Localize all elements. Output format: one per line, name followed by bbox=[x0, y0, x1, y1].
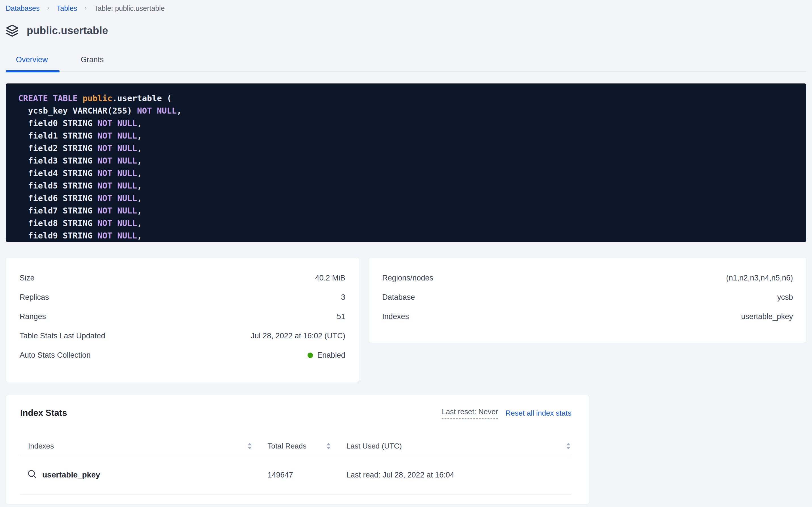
stat-row-indexes: Indexes usertable_pkey bbox=[382, 307, 793, 326]
code-token: , bbox=[137, 118, 142, 128]
code-line: field8 STRING NOT NULL, bbox=[18, 217, 795, 229]
code-line: field4 STRING NOT NULL, bbox=[18, 167, 795, 179]
stat-label: Table Stats Last Updated bbox=[19, 332, 105, 340]
code-token: field0 STRING bbox=[18, 118, 97, 128]
code-line: field9 STRING NOT NULL, bbox=[18, 229, 795, 242]
code-token: ycsb_key VARCHAR(255) bbox=[18, 106, 137, 116]
code-token: NOT NULL bbox=[97, 156, 137, 166]
chevron-right-icon bbox=[46, 6, 51, 10]
column-label: Indexes bbox=[28, 442, 54, 451]
code-token: , bbox=[137, 181, 142, 190]
code-token: NOT NULL bbox=[97, 144, 137, 153]
stat-row-database: Database ycsb bbox=[382, 288, 793, 307]
code-token: field1 STRING bbox=[18, 131, 97, 140]
column-header-total-reads[interactable]: Total Reads bbox=[267, 442, 347, 451]
stat-row-replicas: Replicas 3 bbox=[19, 288, 345, 307]
code-token: field2 STRING bbox=[18, 144, 97, 153]
code-token: field8 STRING bbox=[18, 218, 97, 228]
stat-row-size: Size 40.2 MiB bbox=[19, 268, 345, 288]
code-token: field3 STRING bbox=[18, 156, 97, 166]
last-used-cell: Last read: Jul 28, 2022 at 16:04 bbox=[347, 471, 571, 480]
code-line: field5 STRING NOT NULL, bbox=[18, 179, 795, 192]
code-token: , bbox=[137, 144, 142, 153]
code-token: field6 STRING bbox=[18, 193, 97, 203]
column-header-last-used[interactable]: Last Used (UTC) bbox=[347, 442, 571, 451]
stat-row-ranges: Ranges 51 bbox=[19, 307, 345, 326]
stat-label: Regions/nodes bbox=[382, 274, 433, 282]
code-token: , bbox=[137, 193, 142, 203]
stat-label: Size bbox=[19, 274, 35, 282]
status-badge: Enabled bbox=[308, 351, 345, 360]
code-line: field0 STRING NOT NULL, bbox=[18, 117, 795, 129]
stat-row-auto-stats: Auto Stats Collection Enabled bbox=[19, 345, 345, 365]
code-token: , bbox=[177, 106, 182, 116]
code-token: NOT NULL bbox=[97, 131, 137, 140]
code-token: CREATE TABLE bbox=[18, 94, 82, 103]
chevron-right-icon bbox=[83, 6, 88, 10]
code-line: field1 STRING NOT NULL, bbox=[18, 129, 795, 142]
page: Databases Tables Table: public.usertable… bbox=[0, 0, 812, 504]
total-reads-cell: 149647 bbox=[267, 471, 347, 480]
breadcrumb-link-databases[interactable]: Databases bbox=[6, 4, 40, 12]
stat-value: usertable_pkey bbox=[741, 312, 793, 321]
code-line: field7 STRING NOT NULL, bbox=[18, 205, 795, 217]
stat-value: 40.2 MiB bbox=[315, 274, 345, 282]
details-section: Size 40.2 MiB Replicas 3 Ranges 51 Table… bbox=[6, 257, 806, 382]
column-label: Total Reads bbox=[267, 442, 306, 451]
sort-icon[interactable] bbox=[566, 443, 570, 449]
code-token: , bbox=[137, 156, 142, 166]
index-stats-card: Index Stats Last reset: Never Reset all … bbox=[6, 395, 589, 504]
code-token: , bbox=[137, 131, 142, 140]
code-line: CREATE TABLE public.usertable ( bbox=[18, 92, 795, 105]
breadcrumb-link-tables[interactable]: Tables bbox=[57, 4, 77, 12]
code-token: NOT NULL bbox=[97, 206, 137, 216]
layers-icon bbox=[6, 24, 19, 37]
cluster-details-card: Regions/nodes (n1,n2,n3,n4,n5,n6) Databa… bbox=[369, 257, 806, 343]
stat-row-stats-updated: Table Stats Last Updated Jul 28, 2022 at… bbox=[19, 326, 345, 345]
tab-bar: Overview Grants bbox=[6, 51, 806, 71]
code-token: NOT NULL bbox=[97, 218, 137, 228]
column-header-indexes[interactable]: Indexes bbox=[20, 442, 267, 451]
code-token: field9 STRING bbox=[18, 231, 97, 240]
code-token: NOT NULL bbox=[97, 168, 137, 178]
status-dot-green-icon bbox=[308, 352, 313, 358]
code-token: , bbox=[137, 168, 142, 178]
code-token: NOT NULL bbox=[97, 231, 137, 240]
tab-overview[interactable]: Overview bbox=[16, 51, 48, 71]
sort-icon[interactable] bbox=[326, 443, 330, 449]
last-reset-label[interactable]: Last reset: Never bbox=[442, 407, 498, 419]
stat-label: Database bbox=[382, 293, 415, 302]
index-name-cell[interactable]: usertable_pkey bbox=[20, 469, 267, 481]
page-title: public.usertable bbox=[27, 25, 108, 37]
code-line: field2 STRING NOT NULL, bbox=[18, 142, 795, 155]
stat-label: Indexes bbox=[382, 312, 409, 321]
tab-grants[interactable]: Grants bbox=[81, 51, 104, 71]
code-token: field4 STRING bbox=[18, 168, 97, 178]
sql-code[interactable]: CREATE TABLE public.usertable ( ycsb_key… bbox=[6, 83, 806, 242]
index-stats-title: Index Stats bbox=[20, 408, 67, 418]
code-line: ycsb_key VARCHAR(255) NOT NULL, bbox=[18, 105, 795, 117]
column-label: Last Used (UTC) bbox=[347, 442, 402, 451]
code-token: NOT NULL bbox=[137, 106, 177, 116]
code-token: NOT NULL bbox=[97, 193, 137, 203]
page-header: public.usertable bbox=[6, 23, 806, 39]
stat-value: 3 bbox=[341, 293, 345, 302]
stat-value: 51 bbox=[337, 312, 345, 321]
breadcrumb-current: Table: public.usertable bbox=[94, 4, 165, 12]
stat-label: Replicas bbox=[19, 293, 49, 302]
code-token: , bbox=[137, 206, 142, 216]
stat-row-regions: Regions/nodes (n1,n2,n3,n4,n5,n6) bbox=[382, 268, 793, 288]
index-stats-header: Index Stats Last reset: Never Reset all … bbox=[20, 406, 571, 419]
active-tab-indicator bbox=[6, 70, 60, 72]
table-details-card: Size 40.2 MiB Replicas 3 Ranges 51 Table… bbox=[6, 257, 359, 382]
code-token: public bbox=[82, 94, 112, 103]
reset-index-stats-link[interactable]: Reset all index stats bbox=[505, 409, 571, 417]
sort-icon[interactable] bbox=[248, 443, 252, 449]
code-line: field3 STRING NOT NULL, bbox=[18, 155, 795, 167]
code-token: NOT NULL bbox=[97, 181, 137, 190]
table-header-row: Indexes Total Reads Last Used (UTC) bbox=[20, 437, 571, 455]
breadcrumb: Databases Tables Table: public.usertable bbox=[6, 0, 806, 12]
table-row: usertable_pkey 149647 Last read: Jul 28,… bbox=[20, 455, 571, 495]
code-token: NOT NULL bbox=[97, 118, 137, 128]
status-text: Enabled bbox=[317, 351, 345, 360]
